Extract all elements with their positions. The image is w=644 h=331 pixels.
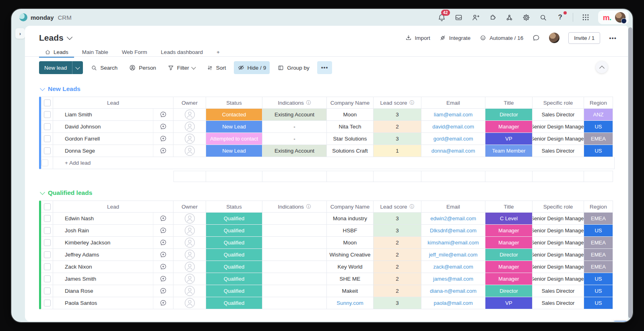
row-checkbox-cell[interactable]: [41, 273, 53, 285]
new-lead-split-button[interactable]: New lead: [39, 61, 83, 74]
row-checkbox[interactable]: [44, 300, 51, 306]
row-checkbox[interactable]: [44, 215, 51, 222]
cell-lead-score[interactable]: 2: [374, 249, 421, 261]
column-header-indications[interactable]: Indicationsⓘ: [262, 201, 327, 213]
cell-company[interactable]: Makeit: [327, 285, 374, 297]
row-checkbox[interactable]: [44, 275, 51, 282]
cell-status[interactable]: Qualified: [206, 213, 262, 225]
cell-company[interactable]: Star Solutions: [327, 133, 374, 145]
open-conversation-button[interactable]: [153, 285, 173, 297]
cell-specific-role[interactable]: Senior Design Manager: [533, 225, 584, 237]
open-conversation-button[interactable]: [153, 133, 173, 145]
cell-indications[interactable]: [262, 213, 327, 225]
row-checkbox[interactable]: [44, 123, 51, 130]
column-header-lead[interactable]: Lead: [53, 97, 173, 109]
cell-specific-role[interactable]: Sales Director: [533, 109, 584, 121]
column-header-status[interactable]: Status: [206, 201, 262, 213]
cell-specific-role[interactable]: Senior Design Manager: [533, 249, 584, 261]
apps-grid-button[interactable]: [581, 13, 590, 22]
sidebar-expand-button[interactable]: ›: [15, 28, 25, 39]
collapse-header-button[interactable]: [596, 61, 608, 73]
cell-lead[interactable]: Diana Rose: [53, 285, 173, 297]
column-header-specific-role[interactable]: Specific role: [533, 97, 584, 109]
cell-indications[interactable]: [262, 273, 327, 285]
row-checkbox[interactable]: [44, 288, 51, 294]
cell-region[interactable]: EMEA: [584, 237, 613, 249]
cell-status[interactable]: Qualified: [206, 237, 262, 249]
cell-specific-role[interactable]: Senior Design Manager: [533, 213, 584, 225]
column-header-title[interactable]: Title: [485, 201, 533, 213]
cell-title[interactable]: Director: [485, 109, 533, 121]
board-chat-button[interactable]: [532, 34, 540, 42]
cell-title[interactable]: VP: [485, 133, 533, 145]
column-header-company-name[interactable]: Company Name: [327, 97, 374, 109]
new-lead-dropdown[interactable]: [72, 61, 83, 74]
column-header-title[interactable]: Title: [485, 97, 533, 109]
column-header-lead-score[interactable]: Lead scoreⓘ: [374, 97, 421, 109]
cell-owner[interactable]: [173, 213, 206, 225]
column-header-email[interactable]: Email: [421, 97, 485, 109]
column-header-lead[interactable]: Lead: [53, 201, 173, 213]
inbox-button[interactable]: [454, 13, 463, 22]
cell-specific-role[interactable]: Senior Design Manager: [533, 261, 584, 273]
row-checkbox-cell[interactable]: [41, 133, 53, 145]
cell-indications[interactable]: [262, 249, 327, 261]
cell-company[interactable]: SHE ME: [327, 273, 374, 285]
row-checkbox-cell[interactable]: [41, 285, 53, 297]
invite-button[interactable]: Invite / 1: [568, 32, 600, 44]
cell-lead-score[interactable]: 2: [374, 121, 421, 133]
open-conversation-button[interactable]: [153, 225, 173, 236]
cell-email[interactable]: jeff_mile@email.com: [421, 249, 485, 261]
cell-indications[interactable]: Existing Account: [262, 109, 327, 121]
open-conversation-button[interactable]: [153, 261, 173, 273]
cell-indications[interactable]: [262, 285, 327, 297]
filter-button[interactable]: Filter: [164, 61, 199, 74]
column-header-region[interactable]: Region: [584, 97, 613, 109]
cell-region[interactable]: US: [584, 297, 613, 309]
cell-email[interactable]: david@email.com: [421, 121, 485, 133]
tab-leads-dashboard[interactable]: Leads dashboard: [155, 46, 208, 56]
column-header-status[interactable]: Status: [206, 97, 262, 109]
row-checkbox[interactable]: [44, 263, 51, 270]
header-checkbox-cell[interactable]: [41, 201, 53, 213]
invite-members-button[interactable]: [471, 13, 480, 22]
column-header-company-name[interactable]: Company Name: [327, 201, 374, 213]
cell-lead[interactable]: Kimberley Jackson: [53, 237, 173, 249]
cell-owner[interactable]: [173, 285, 206, 297]
cell-status[interactable]: New Lead: [206, 145, 262, 157]
add-lead-row[interactable]: + Add lead: [41, 157, 615, 169]
board-title[interactable]: Leads: [39, 33, 64, 43]
cell-specific-role[interactable]: Sales Director: [533, 297, 584, 309]
board-title-chevron-icon[interactable]: [67, 34, 72, 40]
cell-company[interactable]: Moon: [327, 237, 374, 249]
cell-region[interactable]: EMEA: [584, 213, 613, 225]
new-lead-button[interactable]: New lead: [39, 61, 72, 74]
cell-indications[interactable]: -: [262, 121, 327, 133]
cell-status[interactable]: Qualified: [206, 225, 262, 237]
cell-owner[interactable]: [173, 121, 206, 133]
cell-owner[interactable]: [173, 261, 206, 273]
cell-owner[interactable]: [173, 237, 206, 249]
cell-owner[interactable]: [173, 225, 206, 237]
cell-lead[interactable]: Edwin Nash: [53, 213, 173, 225]
cell-email[interactable]: diana-n@email.com: [421, 285, 485, 297]
tab-leads[interactable]: Leads: [39, 46, 74, 58]
cell-company[interactable]: Mona industry: [327, 213, 374, 225]
search-tool-button[interactable]: Search: [87, 61, 121, 74]
cell-owner[interactable]: [173, 273, 206, 285]
cell-status[interactable]: Contacted: [206, 109, 262, 121]
row-checkbox-cell[interactable]: [41, 297, 53, 309]
column-header-owner[interactable]: Owner: [173, 97, 206, 109]
cell-title[interactable]: Director: [485, 249, 533, 261]
add-lead-button[interactable]: + Add lead: [53, 157, 615, 169]
cell-specific-role[interactable]: Sales Director: [533, 285, 584, 297]
row-checkbox[interactable]: [44, 251, 51, 258]
cell-indications[interactable]: [262, 237, 327, 249]
cell-specific-role[interactable]: Sales Director: [533, 145, 584, 157]
cell-lead[interactable]: Paola Santos: [53, 297, 173, 309]
cell-email[interactable]: paola@mail.com: [421, 297, 485, 309]
toolbar-more-button[interactable]: •••: [317, 61, 332, 74]
row-checkbox-cell[interactable]: [41, 237, 53, 249]
import-button[interactable]: Import: [405, 34, 430, 41]
cell-indications[interactable]: [262, 297, 327, 309]
